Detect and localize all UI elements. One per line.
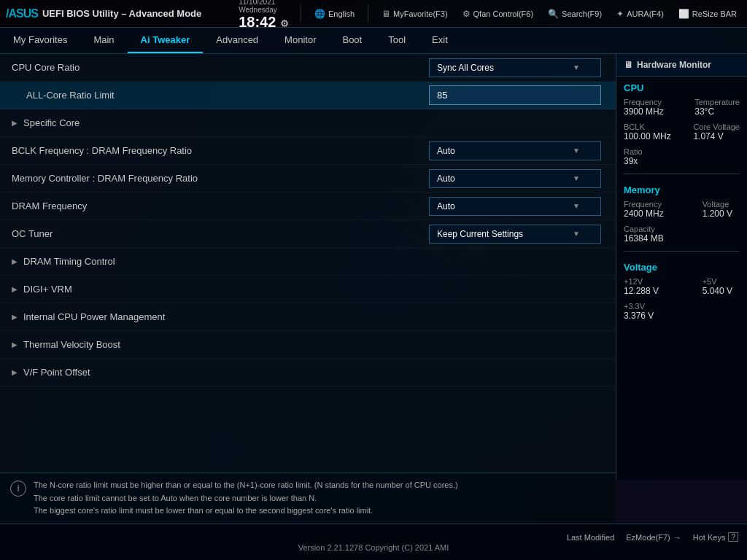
aura-button[interactable]: ✦ AURA(F4) (612, 7, 668, 20)
version-text: Version 2.21.1278 Copyright (C) 2021 AMI (0, 543, 747, 555)
expand-label-vf-point: V/F Point Offset (23, 367, 90, 378)
search-button[interactable]: 🔍 Search(F9) (543, 7, 606, 20)
cpu-core-ratio-select[interactable]: Sync All Cores ▼ (429, 58, 601, 77)
setting-value-cpu-core-ratio: Sync All Cores ▼ (429, 58, 604, 77)
nav-exit[interactable]: Exit (419, 28, 461, 53)
nav-monitor[interactable]: Monitor (271, 28, 329, 53)
setting-dram-freq: DRAM Frequency Auto ▼ (0, 192, 616, 220)
setting-thermal-velocity[interactable]: ▶ Thermal Velocity Boost (0, 331, 616, 359)
expand-label-internal-cpu: Internal CPU Power Management (23, 311, 165, 322)
top-bar: /ASUS UEFI BIOS Utility – Advanced Mode … (0, 0, 747, 28)
nav-bar: My Favorites Main Ai Tweaker Advanced Mo… (0, 28, 747, 54)
myfavorite-button[interactable]: 🖥 MyFavorite(F3) (377, 7, 452, 20)
search-label: Search(F9) (562, 9, 602, 18)
hw-bclk-label: BCLK (624, 122, 678, 131)
date-time: 11/10/2021Wednesday 18:42 ⚙ (239, 0, 289, 30)
ez-mode-button[interactable]: EzMode(F7) → (626, 532, 681, 542)
cpu-core-ratio-value: Sync All Cores (437, 63, 494, 73)
dram-freq-value: Auto (437, 201, 455, 211)
nav-advanced[interactable]: Advanced (203, 28, 271, 53)
bios-title: UEFI BIOS Utility – Advanced Mode (42, 8, 201, 19)
setting-label-cpu-core-ratio: CPU Core Ratio (12, 62, 429, 73)
hw-voltage-title: Voltage (616, 256, 747, 276)
setting-digi-vrm[interactable]: ▶ DIGI+ VRM (0, 276, 616, 303)
bottom-bar-top: Last Modified EzMode(F7) → Hot Keys ? (0, 529, 747, 543)
qfan-label: Qfan Control(F6) (473, 9, 534, 18)
info-icon: i (10, 481, 26, 497)
hw-mem-freq-row: Frequency 2400 MHz Voltage 1.200 V (616, 198, 747, 223)
bclk-dram-select[interactable]: Auto ▼ (429, 141, 601, 160)
all-core-ratio-input[interactable] (429, 85, 601, 105)
language-button[interactable]: 🌐 English (310, 7, 359, 20)
hw-cpu-freq-label: Frequency (624, 98, 671, 106)
globe-icon: 🌐 (314, 9, 325, 19)
dropdown-arrow-2: ▼ (573, 147, 580, 155)
dropdown-arrow-3: ▼ (573, 174, 580, 182)
setting-value-mem-ctrl-dram: Auto ▼ (429, 169, 604, 188)
hw-5v-label: +5V (703, 277, 740, 286)
hw-33v-row: +3.3V 3.376 V (616, 300, 747, 324)
setting-vf-point[interactable]: ▶ V/F Point Offset (0, 359, 616, 386)
hw-divider-2 (624, 251, 740, 252)
expand-arrow-specific-core: ▶ (12, 119, 18, 127)
hw-mem-volt-label: Voltage (703, 200, 740, 209)
content-area: CPU Core Ratio Sync All Cores ▼ ALL-Core… (0, 54, 616, 480)
hw-ratio-value: 39x (624, 156, 740, 166)
nav-tool[interactable]: Tool (375, 28, 419, 53)
expand-arrow-digi-vrm: ▶ (12, 285, 18, 293)
hw-5v-value: 5.040 V (703, 286, 740, 299)
nav-favorites[interactable]: My Favorites (0, 28, 80, 53)
hw-memory-title: Memory (616, 179, 747, 198)
nav-main[interactable]: Main (80, 28, 127, 53)
hw-bclk-row: BCLK 100.00 MHz Core Voltage 1.074 V (616, 121, 747, 146)
hw-monitor-title: 🖥 Hardware Monitor (616, 54, 747, 77)
setting-specific-core[interactable]: ▶ Specific Core (0, 109, 616, 137)
resize-button[interactable]: ⬜ ReSize BAR (674, 7, 741, 20)
search-icon: 🔍 (548, 9, 559, 19)
hw-divider-1 (624, 174, 740, 174)
hw-33v-label: +3.3V (624, 302, 740, 311)
nav-ai-tweaker[interactable]: Ai Tweaker (128, 28, 204, 53)
hw-ratio-label: Ratio (624, 147, 740, 156)
setting-label-bclk-dram: BCLK Frequency : DRAM Frequency Ratio (12, 145, 429, 156)
dram-freq-select[interactable]: Auto ▼ (429, 197, 601, 216)
expand-label-thermal-velocity: Thermal Velocity Boost (23, 339, 120, 350)
resize-label: ReSize BAR (692, 9, 737, 18)
dropdown-arrow-5: ▼ (573, 230, 580, 238)
hot-keys-button[interactable]: Hot Keys ? (693, 532, 738, 542)
setting-value-dram-freq: Auto ▼ (429, 197, 604, 216)
expand-arrow-dram-timing: ▶ (12, 257, 18, 265)
mem-ctrl-dram-select[interactable]: Auto ▼ (429, 169, 601, 188)
right-panel: 🖥 Hardware Monitor CPU Frequency 3900 MH… (616, 54, 747, 480)
hw-cpu-temp-label: Temperature (694, 98, 740, 106)
aura-icon: ✦ (616, 9, 624, 19)
asus-logo: /ASUS UEFI BIOS Utility – Advanced Mode (6, 7, 201, 20)
setting-oc-tuner: OC Tuner Keep Current Settings ▼ (0, 220, 616, 248)
info-line-3: The biggest core's ratio limit must be l… (34, 506, 373, 515)
setting-label-oc-tuner: OC Tuner (12, 228, 429, 239)
hw-cpu-freq-row: Frequency 3900 MHz Temperature 33°C (616, 96, 747, 121)
asus-logo-text: /ASUS (6, 7, 38, 20)
oc-tuner-select[interactable]: Keep Current Settings ▼ (429, 225, 601, 244)
expand-label-dram-timing: DRAM Timing Control (23, 256, 115, 267)
last-modified-button[interactable]: Last Modified (567, 532, 614, 542)
setting-cpu-core-ratio: CPU Core Ratio Sync All Cores ▼ (0, 54, 616, 82)
bottom-bar: Last Modified EzMode(F7) → Hot Keys ? Ve… (0, 524, 747, 560)
hw-mem-volt-value: 1.200 V (703, 209, 740, 222)
info-text: The N-core ratio limit must be higher th… (34, 479, 458, 518)
dropdown-arrow-4: ▼ (573, 202, 580, 210)
expand-label-digi-vrm: DIGI+ VRM (23, 284, 72, 295)
hot-keys-label: Hot Keys (693, 533, 726, 542)
expand-label-specific-core: Specific Core (23, 117, 80, 128)
expand-arrow-vf-point: ▶ (12, 368, 18, 376)
setting-dram-timing[interactable]: ▶ DRAM Timing Control (0, 248, 616, 276)
divider-2 (368, 5, 368, 23)
setting-label-all-core-ratio: ALL-Core Ratio Limit (12, 90, 429, 101)
hw-capacity-value: 16384 MB (624, 233, 740, 244)
bclk-dram-value: Auto (437, 146, 455, 156)
info-line-1: The N-core ratio limit must be higher th… (34, 481, 458, 489)
nav-boot[interactable]: Boot (329, 28, 375, 53)
setting-internal-cpu[interactable]: ▶ Internal CPU Power Management (0, 303, 616, 331)
qfan-button[interactable]: ⚙ Qfan Control(F6) (458, 7, 538, 20)
language-label: English (328, 9, 355, 18)
